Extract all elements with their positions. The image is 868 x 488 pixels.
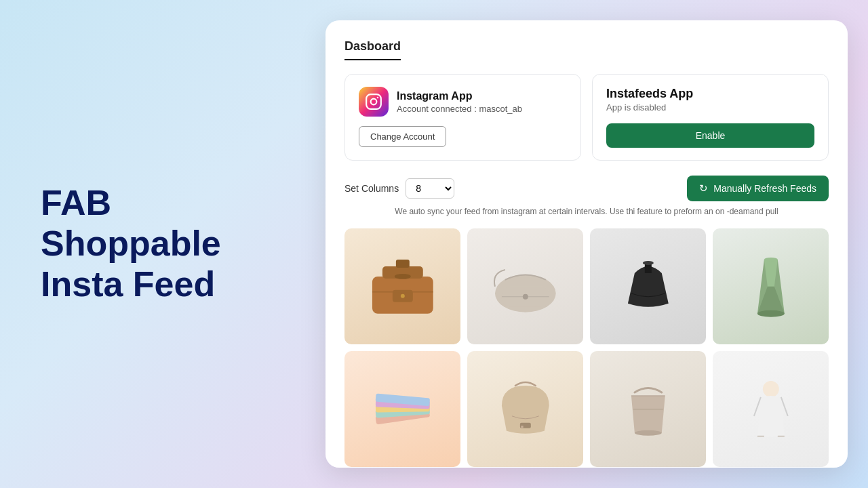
grid-item-3[interactable] (590, 228, 706, 344)
manually-refresh-feeds-button[interactable]: ↻ Manually Refresh Feeds (687, 176, 829, 201)
app-cards-row: Instagram App Account connected : mascot… (344, 74, 829, 161)
sync-note: We auto sync your feed from instagram at… (344, 207, 829, 216)
svg-rect-0 (366, 94, 381, 109)
image-grid: ■ (344, 228, 829, 467)
svg-point-13 (523, 293, 528, 299)
hero-title: FAB Shoppable Insta Feed (41, 183, 285, 304)
svg-point-14 (643, 261, 654, 265)
grid-item-1[interactable] (344, 228, 460, 344)
instafeeds-app-card: Instafeeds App App is disabled Enable (592, 74, 829, 161)
grid-item-6[interactable]: ■ (467, 351, 583, 467)
instagram-app-header: Instagram App Account connected : mascot… (359, 87, 567, 117)
left-panel: FAB Shoppable Insta Feed (0, 142, 326, 345)
svg-text:■: ■ (521, 424, 524, 428)
svg-point-6 (395, 274, 411, 279)
svg-point-1 (371, 99, 377, 105)
instagram-app-info: Instagram App Account connected : mascot… (397, 90, 522, 114)
svg-rect-5 (396, 260, 410, 268)
grid-item-2[interactable] (467, 228, 583, 344)
svg-point-25 (763, 381, 779, 397)
grid-item-4[interactable] (713, 228, 829, 344)
set-columns-group: Set Columns 4 6 8 10 12 (344, 178, 454, 199)
svg-point-24 (635, 430, 662, 435)
dashboard-title: Dasboard (344, 39, 829, 74)
grid-item-5[interactable] (344, 351, 460, 467)
change-account-button[interactable]: Change Account (359, 126, 446, 147)
enable-button[interactable]: Enable (606, 123, 814, 148)
toolbar-row: Set Columns 4 6 8 10 12 ↻ Manually Refre… (344, 176, 829, 201)
svg-point-15 (757, 310, 785, 317)
svg-point-2 (377, 97, 379, 99)
svg-point-16 (764, 258, 778, 262)
main-card: Dasboard Instagram App Account connected… (326, 20, 848, 468)
columns-select[interactable]: 4 6 8 10 12 (406, 178, 454, 199)
refresh-icon: ↻ (699, 182, 708, 195)
grid-item-8[interactable] (713, 351, 829, 467)
svg-point-8 (401, 293, 405, 298)
set-columns-label: Set Columns (344, 183, 399, 194)
grid-item-7[interactable] (590, 351, 706, 467)
instagram-icon (359, 87, 389, 117)
instafeeds-app-info: Instafeeds App App is disabled (606, 87, 814, 113)
instagram-app-card: Instagram App Account connected : mascot… (344, 74, 581, 161)
